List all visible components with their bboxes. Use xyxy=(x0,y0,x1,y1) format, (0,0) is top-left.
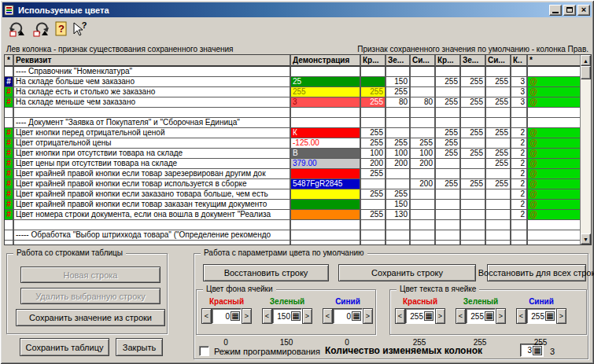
row-marker[interactable]: # xyxy=(5,179,14,189)
attribute-name-cell[interactable]: Цвет крайней правой кнопки если товар ис… xyxy=(14,179,291,189)
text-blue-value-cell[interactable] xyxy=(486,138,511,149)
attribute-name-cell[interactable]: Цвет крайней правой кнопки если товар за… xyxy=(14,200,291,210)
empty-cell[interactable] xyxy=(291,118,361,128)
empty-cell[interactable] xyxy=(436,108,461,118)
row-marker[interactable]: # xyxy=(5,200,14,210)
text-green-value-cell[interactable] xyxy=(461,159,486,169)
empty-cell[interactable] xyxy=(461,220,486,230)
empty-cell[interactable] xyxy=(486,241,511,245)
empty-cell[interactable] xyxy=(486,220,511,230)
columns-count-cell[interactable]: 2 xyxy=(511,200,528,210)
blue-value-cell[interactable] xyxy=(411,189,436,200)
text-red-value-cell[interactable] xyxy=(436,200,461,210)
calculator-icon[interactable]: ▦ xyxy=(485,311,494,321)
text-red-value-cell[interactable] xyxy=(436,210,461,220)
text-green-value-cell[interactable] xyxy=(461,189,486,200)
empty-cell[interactable] xyxy=(511,108,528,118)
bg-color-value-input[interactable]: 0▦ xyxy=(333,308,363,324)
columns-count-cell[interactable]: 2 xyxy=(511,128,528,138)
saved-default-cell[interactable]: @ xyxy=(528,138,581,149)
decrement-icon[interactable]: < xyxy=(323,308,333,324)
saved-default-cell[interactable]: @ xyxy=(528,189,581,200)
blue-value-cell[interactable]: 200 xyxy=(411,159,436,169)
empty-cell[interactable] xyxy=(528,220,581,230)
restore-all-rows-button[interactable]: Восстановить для всех строк xyxy=(487,264,586,281)
green-value-cell[interactable]: 150 xyxy=(386,200,411,210)
demo-color-cell[interactable]: -125.00 xyxy=(291,138,361,149)
empty-cell[interactable] xyxy=(411,220,436,230)
text-green-value-cell[interactable]: 255 xyxy=(461,179,486,189)
calculator-icon[interactable]: ▦ xyxy=(231,311,240,321)
text-blue-value-cell[interactable] xyxy=(486,200,511,210)
row-marker-empty[interactable] xyxy=(5,108,14,118)
attribute-name-cell[interactable]: На складе есть и столько же заказано xyxy=(14,87,291,97)
row-marker-empty[interactable] xyxy=(5,230,14,241)
red-value-cell[interactable]: 200 xyxy=(361,159,386,169)
columns-count-cell[interactable]: 2 xyxy=(511,210,528,220)
row-marker-empty[interactable] xyxy=(5,241,14,245)
vertical-scrollbar[interactable]: ▲ ▼ xyxy=(580,55,591,245)
empty-cell[interactable] xyxy=(386,241,411,245)
columns-count-cell[interactable]: 2 xyxy=(511,149,528,159)
text-green-value-cell[interactable] xyxy=(461,210,486,220)
green-value-cell[interactable]: 100 xyxy=(386,149,411,159)
text-color-value-input[interactable]: 255▦ xyxy=(405,308,435,324)
text-green-value-cell[interactable] xyxy=(461,169,486,179)
green-value-cell[interactable] xyxy=(386,179,411,189)
text-green-value-cell[interactable]: 255 xyxy=(461,149,486,159)
maximize-button[interactable] xyxy=(563,5,576,16)
text-blue-value-cell[interactable]: 255 xyxy=(486,149,511,159)
section-header-cell[interactable]: ---- Документ "Заявка от Покупателя" и "… xyxy=(14,118,291,128)
text-red-value-cell[interactable] xyxy=(436,169,461,179)
empty-cell[interactable] xyxy=(291,220,361,230)
save-table-button[interactable]: Сохранить таблицу xyxy=(20,338,109,356)
empty-cell[interactable] xyxy=(411,241,436,245)
text-color-value-input[interactable]: 255▦ xyxy=(466,308,496,324)
decrement-icon[interactable]: < xyxy=(201,308,212,324)
section-header-cell[interactable]: ----- Обработка "Выбор штрихкода товара"… xyxy=(14,230,291,241)
empty-cell[interactable] xyxy=(528,230,581,241)
blue-value-cell[interactable]: 200 xyxy=(411,179,436,189)
red-value-cell[interactable] xyxy=(361,200,386,210)
section-header-cell[interactable]: ---- Справочник "Номенклатура" xyxy=(14,67,291,77)
empty-cell[interactable] xyxy=(461,230,486,241)
text-blue-value-cell[interactable]: 255 xyxy=(486,97,511,108)
empty-cell[interactable] xyxy=(528,67,581,77)
calculator-icon[interactable]: ▦ xyxy=(545,311,555,321)
text-blue-value-cell[interactable]: 255 xyxy=(486,77,511,87)
empty-cell[interactable] xyxy=(511,230,528,241)
row-marker[interactable]: # xyxy=(5,138,14,149)
help-icon[interactable]: ? xyxy=(54,20,68,38)
saved-default-cell[interactable]: @ xyxy=(528,77,581,87)
bg-color-value-input[interactable]: 150▦ xyxy=(272,308,302,324)
columns-count-cell[interactable]: 2 xyxy=(511,159,528,169)
green-value-cell[interactable]: 80 xyxy=(386,97,411,108)
empty-cell[interactable] xyxy=(386,118,411,128)
saved-default-cell[interactable]: @ xyxy=(528,210,581,220)
calculator-icon[interactable]: ▦ xyxy=(352,311,361,321)
attribute-name-cell[interactable]: Цвет крайней правой кнопки если товар за… xyxy=(14,169,291,179)
attribute-name-cell[interactable]: На складе больше чем заказано xyxy=(14,77,291,87)
row-marker-empty[interactable] xyxy=(5,67,14,77)
empty-cell[interactable] xyxy=(386,67,411,77)
row-marker-empty[interactable] xyxy=(5,220,14,230)
row-marker[interactable]: # xyxy=(5,210,14,220)
demo-color-cell[interactable]: 25 xyxy=(291,77,361,87)
attribute-name-cell[interactable]: Цвет крайней правой кнопки если заказано… xyxy=(14,189,291,200)
increment-icon[interactable]: > xyxy=(496,308,506,324)
attribute-name-cell[interactable]: Цвет кнопки перед отрицательной ценой xyxy=(14,128,291,138)
empty-cell[interactable] xyxy=(14,241,291,245)
text-red-value-cell[interactable]: 255 xyxy=(436,179,461,189)
restore-row-button[interactable]: Восстановить строку xyxy=(203,264,329,281)
empty-cell[interactable] xyxy=(291,241,361,245)
empty-cell[interactable] xyxy=(411,108,436,118)
empty-cell[interactable] xyxy=(361,108,386,118)
columns-count-cell[interactable]: 3 xyxy=(511,77,528,87)
empty-cell[interactable] xyxy=(361,230,386,241)
row-marker[interactable]: # xyxy=(5,97,14,108)
red-value-cell[interactable]: 255 xyxy=(361,97,386,108)
empty-cell[interactable] xyxy=(411,67,436,77)
delete-row-button[interactable]: Удалить выбранную строку xyxy=(20,288,160,304)
green-value-cell[interactable]: 255 xyxy=(386,189,411,200)
columns-count-cell[interactable]: 2 xyxy=(511,169,528,179)
